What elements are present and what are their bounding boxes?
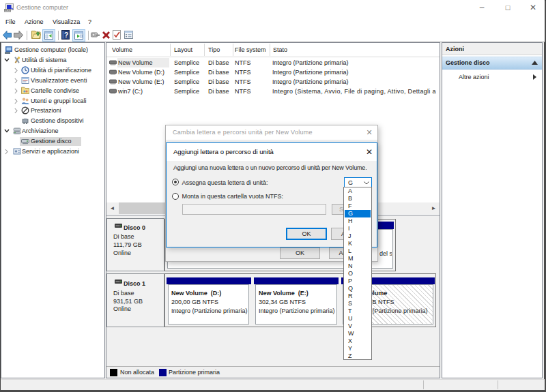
svg-text:?: ?: [64, 31, 68, 39]
